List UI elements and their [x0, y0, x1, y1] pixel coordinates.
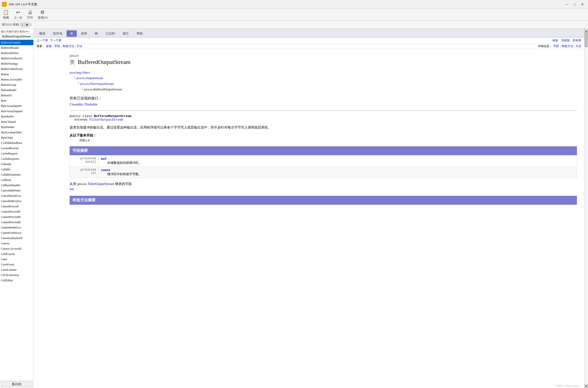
sidebar-item-buttonmodel[interactable]: ButtonModel: [0, 87, 33, 93]
tab-deprecated[interactable]: 已过时: [102, 30, 119, 37]
sidebar-item-byteholder[interactable]: ByteHolder: [0, 124, 33, 130]
sidebar-item-caretevent[interactable]: CaretEvent: [0, 262, 33, 267]
detail-constructor-link[interactable]: 构造方法: [562, 44, 573, 48]
sidebar-item-cannotproceedh1[interactable]: CannotProceedH: [0, 214, 33, 219]
detail-method-link[interactable]: 方法: [576, 44, 581, 48]
sidebar-item-bufferedwriter[interactable]: BufferedWriter: [0, 50, 33, 56]
sidebar-item-calendar[interactable]: Calendar: [0, 161, 33, 167]
sidebar-item-bufferedoutputstream[interactable]: BufferedOutputS: [0, 40, 33, 45]
allclasses-link[interactable]: 所有类: [573, 38, 581, 43]
sidebar-item-buttonaccessible[interactable]: Button.Accessible: [0, 77, 33, 82]
sidebar-item-byteorder[interactable]: ByteOrder: [0, 135, 33, 140]
search-input[interactable]: [1, 34, 32, 39]
summary-method-link[interactable]: 方法: [77, 44, 82, 48]
sidebar-item-buttonui[interactable]: ButtonUI: [0, 93, 33, 98]
sidebar-item-caret[interactable]: Caret: [0, 257, 33, 262]
sidebar-item-bytelookuptable[interactable]: ByteLookupTable: [0, 130, 33, 135]
sidebar-item-button[interactable]: Button: [0, 72, 33, 77]
sidebar-item-bytearrayinputst[interactable]: ByteArrayInputSt: [0, 103, 33, 109]
back-button[interactable]: ↩ 上一步: [14, 9, 22, 20]
hide-button[interactable]: 📋 隐藏: [3, 9, 9, 20]
prev-class-link[interactable]: 上一个类: [37, 38, 48, 43]
sidebar-item-cancelableprintj[interactable]: CancelablePrintJ: [0, 188, 33, 193]
sidebar-item-cardlayout[interactable]: CardLayout: [0, 251, 33, 257]
sidebar-item-cannotredoexce[interactable]: CannotRedoExce: [0, 225, 33, 230]
sidebar-item-cannotproceede[interactable]: CannotProceedE: [0, 209, 33, 214]
field-type-1: protectedbyte[]: [70, 155, 99, 167]
sidebar-item-buttongroup[interactable]: ButtonGroup: [0, 82, 33, 87]
summary-constructor-link[interactable]: 构造方法: [63, 44, 74, 48]
minimize-button[interactable]: ─: [564, 1, 571, 7]
flushable-link[interactable]: Flushable: [85, 103, 97, 106]
sidebar-item-bytebuffer[interactable]: ByteBuffer: [0, 114, 33, 119]
sidebar-item-callable[interactable]: Callable: [0, 167, 33, 172]
field-out-link[interactable]: out: [70, 187, 74, 191]
sidebar-item-c14nmethodpara[interactable]: C14NMethodPara: [0, 140, 33, 146]
sidebar-item-cannotundoexce[interactable]: CannotUndoExce: [0, 230, 33, 235]
search-next-button[interactable]: ▶: [25, 23, 29, 27]
maximize-button[interactable]: □: [571, 1, 578, 7]
sidebar-item-callback[interactable]: Callback: [0, 177, 33, 183]
tab-index[interactable]: 索引: [119, 30, 132, 37]
tab-package[interactable]: 软件包: [49, 30, 66, 37]
sidebar-item-byte[interactable]: Byte: [0, 98, 33, 103]
closeable-link[interactable]: Closeable: [70, 103, 83, 106]
summary-label: 摘要：: [37, 44, 45, 48]
next-class-link[interactable]: 下一个类: [50, 38, 62, 43]
inherit-object-link[interactable]: java.lang.Object: [70, 71, 90, 74]
sidebar-item-bufferunderflowe[interactable]: BufferUnderflowE: [0, 66, 33, 72]
show-button[interactable]: 显示(D): [1, 381, 32, 387]
tab-tree[interactable]: 树: [91, 30, 102, 37]
breadcrumb-right: 框架 无框架 所有类: [552, 38, 581, 43]
sidebar-item-cancellationexce[interactable]: CancellationExce: [0, 193, 33, 198]
tab-use[interactable]: 使用: [77, 30, 91, 37]
scroll-up-button[interactable]: ▲: [584, 29, 588, 33]
sidebar-item-bytearrayoutputs[interactable]: ByteArrayOutputS: [0, 109, 33, 114]
sidebar-item-bufferedreader[interactable]: BufferedReader: [0, 45, 33, 50]
sidebar-item-celleditor[interactable]: CellEditor: [0, 278, 33, 283]
sidebar-item-cachedrowset[interactable]: CachedRowSet: [0, 146, 33, 151]
sidebar-item-cannotproceedh2[interactable]: CannotProceedH: [0, 219, 33, 225]
inherit-level3: └ java.io.BufferedOutputStream: [81, 87, 577, 92]
sidebar-item-cancelledkeyexc[interactable]: CancelledKeyExc: [0, 198, 33, 204]
scroll-thumb[interactable]: [585, 33, 588, 47]
sidebar-item-cacheresponse[interactable]: CacheResponse: [0, 156, 33, 161]
print-button[interactable]: 🖨 打印: [27, 10, 33, 20]
inherit-outputstream-link[interactable]: java.io.OutputStream: [76, 76, 103, 80]
sidebar-item-callbackhandler[interactable]: CallbackHandler: [0, 183, 33, 188]
doc-title: 类 BufferedOutputStream: [70, 59, 577, 66]
inherit-filteroutputstream-link[interactable]: java.io.FilterOutputStream: [80, 82, 113, 86]
interface-list: Closeable, Flushable: [70, 103, 577, 106]
sidebar-item-bufferoverflowex[interactable]: BufferOverflowEx: [0, 56, 33, 61]
close-button[interactable]: ✕: [579, 1, 586, 7]
field-count-link[interactable]: count: [101, 169, 110, 172]
sidebar-item-canonicalizationn[interactable]: CanonicalizationN: [0, 235, 33, 241]
options-button[interactable]: ⚙ 选项(O): [38, 9, 47, 20]
extends-link[interactable]: FilterOutputStream: [89, 118, 123, 121]
field-buf-link[interactable]: buf: [101, 157, 107, 161]
sidebar-item-canvasaccessibl[interactable]: Canvas.Accessibl: [0, 246, 33, 251]
summary-nested-link[interactable]: 嵌套: [46, 44, 52, 48]
scroll-down-button[interactable]: ▼: [584, 384, 588, 388]
sidebar-item-callablestatemer[interactable]: CallableStatemer: [0, 172, 33, 177]
sidebar-item-cacherequest[interactable]: CacheRequest: [0, 151, 33, 156]
sidebar-item-canvas[interactable]: Canvas: [0, 241, 33, 246]
sidebar-item-cdatasection[interactable]: CDATASection: [0, 272, 33, 278]
summary-bar: 摘要： 嵌套 | 字段 | 构造方法 | 方法 详细信息： 字段 | 构造方法 …: [34, 44, 584, 49]
inherited-filteroutputstream-link[interactable]: FilterOutputStream: [88, 182, 114, 186]
sidebar-item-cannotproceed[interactable]: CannotProceed: [0, 204, 33, 209]
class-name: BufferedOutputStream: [78, 59, 131, 65]
search-prev-button[interactable]: |: [21, 23, 25, 27]
tab-overview[interactable]: 概述: [36, 30, 49, 37]
tab-class[interactable]: 类: [66, 30, 77, 37]
sidebar-item-caretlistener[interactable]: CaretListener: [0, 267, 33, 272]
back-label: 上一步: [14, 16, 22, 20]
sidebar-item-bytechannel[interactable]: ByteChannel: [0, 119, 33, 124]
summary-field-link[interactable]: 字段: [54, 44, 60, 48]
frame-link[interactable]: 框架: [552, 38, 558, 43]
tab-help[interactable]: 帮助: [133, 30, 146, 37]
detail-field-link[interactable]: 字段: [553, 44, 559, 48]
sidebar-item-bufferstrategy[interactable]: BufferStrategy: [0, 61, 33, 66]
print-icon: 🖨: [28, 10, 32, 15]
noframe-link[interactable]: 无框架: [561, 38, 570, 43]
